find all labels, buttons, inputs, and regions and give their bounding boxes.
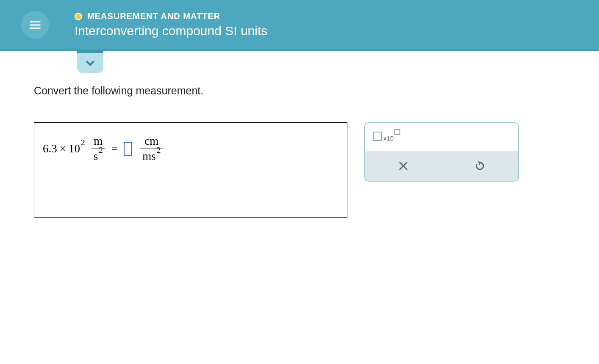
answer-input[interactable]: [124, 142, 132, 156]
times-symbol: ×: [60, 142, 66, 155]
sci-label: x10: [383, 135, 394, 142]
lhs-unit-fraction: m s 2: [91, 135, 105, 162]
undo-icon: [474, 160, 486, 172]
coefficient-value: 6.3: [43, 142, 57, 155]
rhs-denominator-base: ms: [142, 151, 156, 162]
scientific-notation-button[interactable]: x10: [373, 132, 400, 141]
instruction-text: Convert the following measurement.: [34, 85, 565, 97]
placeholder-box-icon: [373, 132, 382, 141]
lhs-denominator-base: s: [94, 151, 98, 162]
rhs-denominator-exp: 2: [157, 146, 161, 154]
hamburger-icon: [29, 19, 42, 31]
menu-button[interactable]: [21, 11, 49, 39]
coefficient: 6.3 × 10 2: [43, 142, 85, 155]
lhs-denominator-exp: 2: [99, 146, 103, 154]
toolbox-panel: x10: [364, 122, 519, 182]
equals-sign: =: [111, 142, 118, 155]
equation-box: 6.3 × 10 2 m s 2 =: [34, 122, 347, 218]
rhs-unit-fraction: cm ms 2: [140, 135, 163, 162]
status-indicator-icon: [75, 13, 82, 20]
clear-button[interactable]: [365, 151, 442, 181]
undo-button[interactable]: [442, 151, 519, 181]
exponent-value: 2: [81, 138, 85, 147]
chevron-down-icon: [85, 58, 96, 69]
category-label: MEASUREMENT AND MATTER: [87, 11, 220, 21]
page-header: MEASUREMENT AND MATTER Interconverting c…: [0, 0, 599, 51]
dropdown-toggle[interactable]: [77, 51, 103, 73]
close-icon: [397, 160, 409, 172]
topic-title: Interconverting compound SI units: [75, 24, 267, 38]
lhs-numerator: m: [91, 135, 105, 149]
base-value: 10: [69, 142, 80, 155]
placeholder-exponent-box-icon: [394, 129, 400, 135]
